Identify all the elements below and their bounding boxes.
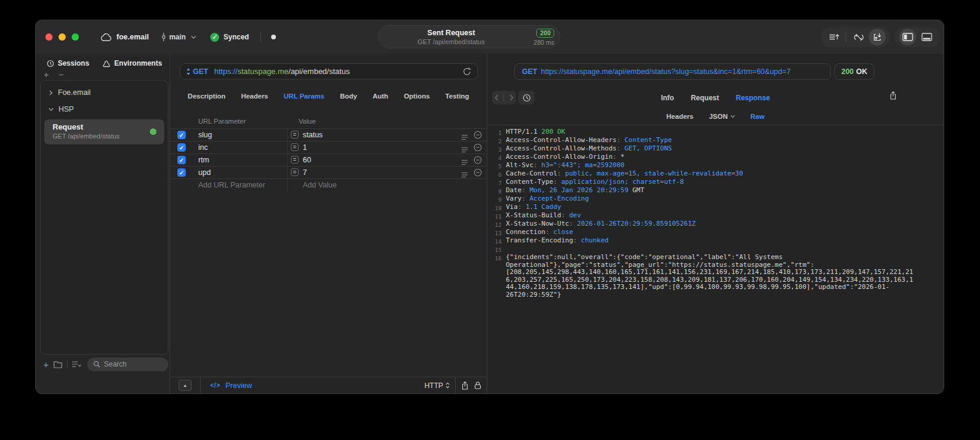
protocol-selector[interactable]: HTTP [425,381,450,390]
request-method[interactable]: GET [193,67,208,76]
zoom-window-button[interactable] [72,33,79,41]
sort-list-button[interactable] [70,361,82,368]
code-line-4: 4Access-Control-Allow-Origin: * [487,153,944,162]
request-tab-headers[interactable]: Headers [241,93,268,100]
param-checkbox[interactable]: ✓ [177,143,186,152]
add-param-row[interactable]: Add URL Parameter Add Value [170,179,487,191]
request-tab-options[interactable]: Options [404,93,429,100]
sync-loop-icon [853,33,864,42]
response-viewer: GET https://statuspage.me/api/embed/stat… [487,54,944,393]
remove-session-button[interactable]: − [59,70,64,79]
lock-button[interactable] [474,381,481,390]
request-tab-url-params[interactable]: URL Params [284,93,324,100]
resend-button[interactable] [463,67,471,76]
tree-group-hsp[interactable]: HSP [41,103,168,116]
code-segment: application/json; charset=utf-8 [561,178,684,186]
tree-group-foe-email[interactable]: Foe.email [41,86,168,99]
share-request-button[interactable] [461,381,469,390]
param-value[interactable]: 7 [303,168,307,177]
new-folder-button[interactable] [52,361,64,368]
sidebar-tab-label: Environments [114,59,162,67]
sidebar-tab-sessions[interactable]: Sessions [47,59,90,67]
param-checkbox[interactable]: ✓ [177,156,186,164]
add-param-name-placeholder[interactable]: Add URL Parameter [198,181,265,189]
import-export-button[interactable] [869,29,886,45]
chevron-down-icon [48,107,54,112]
response-subtab-headers[interactable]: Headers [666,113,693,120]
request-summary-pill[interactable]: Sent Request GET /api/embed/status 200 2… [378,25,560,48]
request-tab-description[interactable]: Description [188,93,225,100]
export-list-button[interactable] [825,29,842,45]
param-row-inc[interactable]: ✓inc=1 [170,141,487,153]
line-number: 3 [487,145,502,153]
new-item-button[interactable]: + [40,359,52,370]
search-input[interactable]: Search [87,358,168,371]
add-param-value-placeholder[interactable]: Add Value [303,181,337,189]
param-remove-button[interactable] [474,168,482,179]
close-window-button[interactable] [45,33,53,41]
sidebar-request-item[interactable]: RequestGET /api/embed/status [44,119,164,144]
param-row-rtm[interactable]: ✓rtm=60 [170,153,487,166]
request-url-bar[interactable]: GET https://statuspage.me/api/embed/stat… [180,63,478,79]
response-tab-response[interactable]: Response [736,94,770,102]
line-number: 4 [487,153,502,162]
sent-url: https://statuspage.me/api/embed/status?s… [541,67,791,76]
request-actions-group [821,27,890,47]
param-value[interactable]: status [303,131,322,139]
param-remove-button[interactable] [474,143,482,154]
code-segment: 1.1 Caddy [526,203,561,211]
param-name[interactable]: upd [198,168,211,177]
code-line-1: 1HTTP/1.1 200 OK [487,128,944,137]
project-name[interactable]: foe.email [116,33,149,41]
sent-request-line[interactable]: GET https://statuspage.me/api/embed/stat… [514,63,831,80]
param-row-upd[interactable]: ✓upd=7 [170,166,487,179]
drag-handle-icon [461,159,468,165]
lock-icon [474,381,481,390]
request-tab-auth[interactable]: Auth [373,93,388,100]
param-name[interactable]: rtm [198,156,209,164]
toggle-sidebar-button[interactable] [899,29,916,45]
branch-selector[interactable]: main [161,32,196,42]
response-tab-request[interactable]: Request [691,94,719,102]
param-value[interactable]: 60 [303,156,311,164]
code-segment: : [522,186,530,194]
response-subtab-raw[interactable]: Raw [751,113,765,120]
sidebar-tab-label: Sessions [58,59,90,67]
code-line-2: 2Access-Control-Allow-Headers: Content-T… [487,137,944,145]
response-tab-info[interactable]: Info [661,94,674,102]
line-number: 12 [487,220,502,229]
param-name[interactable]: inc [198,143,208,152]
code-segment: {"incidents":null,"overall":{"code":"ope… [506,253,913,299]
param-checkbox[interactable]: ✓ [177,168,186,177]
code-segment: close [553,228,573,236]
code-line-9: 9Vary: Accept-Encoding [487,195,944,204]
export-list-icon [828,32,840,42]
method-stepper-icon[interactable] [186,68,191,75]
param-value[interactable]: 1 [303,143,307,152]
minimize-window-button[interactable] [59,33,66,41]
sync-loop-button[interactable] [850,29,867,45]
line-content: Cache-Control: public, max-age=15, stale… [506,170,917,179]
toggle-bottom-panel-button[interactable] [918,29,935,45]
request-tabs: DescriptionHeadersURL ParamsBodyAuthOpti… [170,89,487,103]
param-name[interactable]: slug [198,131,212,139]
param-row-slug[interactable]: ✓slug=status [170,128,487,141]
export-response-button[interactable] [889,91,897,100]
param-checkbox[interactable]: ✓ [177,131,186,139]
app-window: foe.email main ✓ Synced Sent Request GET… [35,20,944,394]
preview-button[interactable]: </> Preview [210,381,252,390]
collapse-panel-button[interactable]: ▲ [179,380,192,391]
response-subtab-json[interactable]: JSON [709,113,735,120]
request-tab-testing[interactable]: Testing [446,93,469,100]
param-remove-button[interactable] [474,156,482,167]
request-summary-title: Sent Request [379,29,524,37]
remove-circle-icon [474,156,482,164]
param-remove-button[interactable] [474,131,482,141]
line-number: 1 [487,128,502,137]
code-segment: : [553,178,561,186]
add-session-button[interactable]: + [44,70,49,79]
sidebar-tab-environments[interactable]: Environments [102,59,162,67]
request-tab-body[interactable]: Body [340,93,357,100]
request-url[interactable]: https://statuspage.me/api/embed/status [214,67,350,76]
sync-status[interactable]: ✓ Synced [210,33,249,42]
